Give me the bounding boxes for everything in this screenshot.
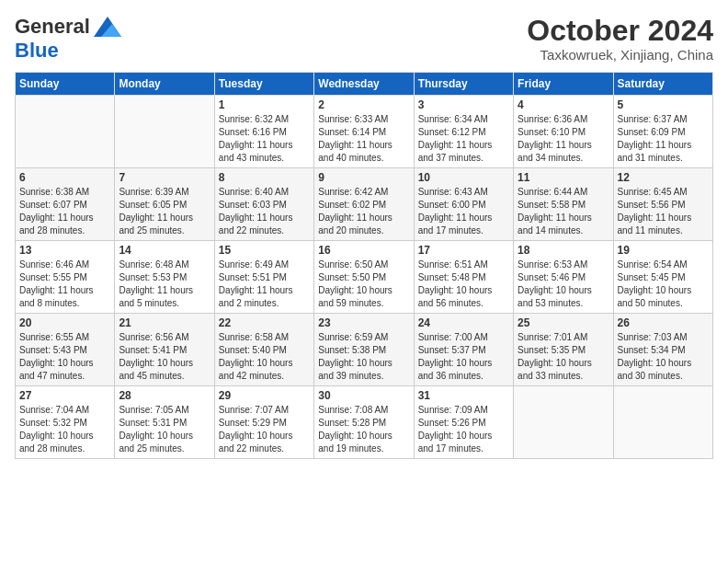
page-header: General Blue October 2024 Taxkowruek, Xi… (15, 15, 713, 63)
title-section: October 2024 Taxkowruek, Xinjiang, China (527, 15, 713, 63)
calendar-cell (16, 96, 115, 168)
header-thursday: Thursday (414, 73, 513, 96)
logo: General Blue (15, 15, 121, 63)
calendar-cell: 11Sunrise: 6:44 AMSunset: 5:58 PMDayligh… (514, 168, 613, 241)
day-info: Sunrise: 6:36 AMSunset: 6:10 PMDaylight:… (518, 113, 609, 165)
calendar-cell: 23Sunrise: 6:59 AMSunset: 5:38 PMDayligh… (314, 314, 414, 386)
day-info: Sunrise: 6:37 AMSunset: 6:09 PMDaylight:… (618, 113, 709, 165)
calendar-cell: 22Sunrise: 6:58 AMSunset: 5:40 PMDayligh… (214, 314, 313, 386)
day-info: Sunrise: 6:55 AMSunset: 5:43 PMDaylight:… (19, 331, 110, 383)
calendar-cell: 14Sunrise: 6:48 AMSunset: 5:53 PMDayligh… (115, 241, 214, 314)
day-info: Sunrise: 6:32 AMSunset: 6:16 PMDaylight:… (219, 113, 310, 165)
day-info: Sunrise: 7:07 AMSunset: 5:29 PMDaylight:… (219, 404, 310, 455)
header-monday: Monday (115, 73, 214, 96)
day-number: 3 (418, 98, 509, 111)
day-number: 5 (618, 98, 709, 111)
day-number: 13 (19, 244, 110, 257)
day-number: 7 (119, 171, 210, 184)
day-number: 24 (418, 316, 509, 329)
calendar-cell: 19Sunrise: 6:54 AMSunset: 5:45 PMDayligh… (613, 241, 712, 314)
day-info: Sunrise: 7:08 AMSunset: 5:28 PMDaylight:… (318, 404, 409, 455)
calendar-cell (514, 386, 613, 459)
calendar-cell: 20Sunrise: 6:55 AMSunset: 5:43 PMDayligh… (16, 314, 115, 386)
day-info: Sunrise: 6:53 AMSunset: 5:46 PMDaylight:… (518, 259, 609, 310)
day-info: Sunrise: 6:54 AMSunset: 5:45 PMDaylight:… (618, 259, 709, 310)
header-friday: Friday (514, 73, 613, 96)
day-info: Sunrise: 6:43 AMSunset: 6:00 PMDaylight:… (418, 186, 509, 237)
day-number: 18 (518, 244, 609, 257)
day-number: 25 (518, 316, 609, 329)
day-info: Sunrise: 6:56 AMSunset: 5:41 PMDaylight:… (119, 331, 210, 383)
day-info: Sunrise: 6:48 AMSunset: 5:53 PMDaylight:… (119, 259, 210, 310)
day-info: Sunrise: 6:39 AMSunset: 6:05 PMDaylight:… (119, 186, 210, 237)
day-info: Sunrise: 6:45 AMSunset: 5:56 PMDaylight:… (618, 186, 709, 237)
day-info: Sunrise: 6:58 AMSunset: 5:40 PMDaylight:… (219, 331, 310, 383)
day-info: Sunrise: 6:46 AMSunset: 5:55 PMDaylight:… (19, 259, 110, 310)
calendar-cell: 28Sunrise: 7:05 AMSunset: 5:31 PMDayligh… (115, 386, 214, 459)
header-tuesday: Tuesday (214, 73, 313, 96)
day-info: Sunrise: 6:42 AMSunset: 6:02 PMDaylight:… (318, 186, 409, 237)
calendar-cell: 12Sunrise: 6:45 AMSunset: 5:56 PMDayligh… (613, 168, 712, 241)
calendar-cell: 30Sunrise: 7:08 AMSunset: 5:28 PMDayligh… (314, 386, 414, 459)
calendar-table: SundayMondayTuesdayWednesdayThursdayFrid… (15, 72, 713, 459)
calendar-cell: 9Sunrise: 6:42 AMSunset: 6:02 PMDaylight… (314, 168, 414, 241)
calendar-cell: 25Sunrise: 7:01 AMSunset: 5:35 PMDayligh… (514, 314, 613, 386)
day-number: 9 (318, 171, 409, 184)
day-info: Sunrise: 6:44 AMSunset: 5:58 PMDaylight:… (518, 186, 609, 237)
calendar-cell: 7Sunrise: 6:39 AMSunset: 6:05 PMDaylight… (115, 168, 214, 241)
logo-icon (94, 17, 121, 37)
calendar-cell: 15Sunrise: 6:49 AMSunset: 5:51 PMDayligh… (214, 241, 313, 314)
calendar-cell: 1Sunrise: 6:32 AMSunset: 6:16 PMDaylight… (214, 96, 313, 168)
day-info: Sunrise: 6:59 AMSunset: 5:38 PMDaylight:… (318, 331, 409, 383)
calendar-cell: 29Sunrise: 7:07 AMSunset: 5:29 PMDayligh… (214, 386, 313, 459)
day-info: Sunrise: 6:40 AMSunset: 6:03 PMDaylight:… (219, 186, 310, 237)
logo-general: General (15, 15, 90, 39)
day-number: 31 (418, 389, 509, 402)
calendar-week-row: 27Sunrise: 7:04 AMSunset: 5:32 PMDayligh… (16, 386, 713, 459)
day-info: Sunrise: 6:34 AMSunset: 6:12 PMDaylight:… (418, 113, 509, 165)
calendar-cell: 3Sunrise: 6:34 AMSunset: 6:12 PMDaylight… (414, 96, 513, 168)
calendar-cell: 10Sunrise: 6:43 AMSunset: 6:00 PMDayligh… (414, 168, 513, 241)
calendar-week-row: 13Sunrise: 6:46 AMSunset: 5:55 PMDayligh… (16, 241, 713, 314)
calendar-cell: 18Sunrise: 6:53 AMSunset: 5:46 PMDayligh… (514, 241, 613, 314)
calendar-cell: 6Sunrise: 6:38 AMSunset: 6:07 PMDaylight… (16, 168, 115, 241)
day-number: 28 (119, 389, 210, 402)
day-number: 4 (518, 98, 609, 111)
day-number: 22 (219, 316, 310, 329)
logo-blue: Blue (15, 39, 59, 62)
day-number: 23 (318, 316, 409, 329)
calendar-cell: 31Sunrise: 7:09 AMSunset: 5:26 PMDayligh… (414, 386, 513, 459)
day-info: Sunrise: 6:51 AMSunset: 5:48 PMDaylight:… (418, 259, 509, 310)
day-number: 17 (418, 244, 509, 257)
calendar-week-row: 1Sunrise: 6:32 AMSunset: 6:16 PMDaylight… (16, 96, 713, 168)
calendar-week-row: 20Sunrise: 6:55 AMSunset: 5:43 PMDayligh… (16, 314, 713, 386)
header-wednesday: Wednesday (314, 73, 414, 96)
calendar-cell: 24Sunrise: 7:00 AMSunset: 5:37 PMDayligh… (414, 314, 513, 386)
day-info: Sunrise: 6:49 AMSunset: 5:51 PMDaylight:… (219, 259, 310, 310)
day-info: Sunrise: 7:09 AMSunset: 5:26 PMDaylight:… (418, 404, 509, 455)
day-number: 14 (119, 244, 210, 257)
day-number: 21 (119, 316, 210, 329)
day-info: Sunrise: 7:05 AMSunset: 5:31 PMDaylight:… (119, 404, 210, 455)
day-info: Sunrise: 6:38 AMSunset: 6:07 PMDaylight:… (19, 186, 110, 237)
day-number: 20 (19, 316, 110, 329)
day-number: 26 (618, 316, 709, 329)
day-number: 15 (219, 244, 310, 257)
day-number: 11 (518, 171, 609, 184)
calendar-cell: 5Sunrise: 6:37 AMSunset: 6:09 PMDaylight… (613, 96, 712, 168)
day-number: 10 (418, 171, 509, 184)
day-number: 6 (19, 171, 110, 184)
calendar-cell: 16Sunrise: 6:50 AMSunset: 5:50 PMDayligh… (314, 241, 414, 314)
calendar-cell: 2Sunrise: 6:33 AMSunset: 6:14 PMDaylight… (314, 96, 414, 168)
day-number: 30 (318, 389, 409, 402)
calendar-cell: 26Sunrise: 7:03 AMSunset: 5:34 PMDayligh… (613, 314, 712, 386)
calendar-cell (115, 96, 214, 168)
calendar-cell: 17Sunrise: 6:51 AMSunset: 5:48 PMDayligh… (414, 241, 513, 314)
day-info: Sunrise: 7:03 AMSunset: 5:34 PMDaylight:… (618, 331, 709, 383)
day-number: 16 (318, 244, 409, 257)
month-title: October 2024 (527, 15, 713, 47)
day-number: 8 (219, 171, 310, 184)
location: Taxkowruek, Xinjiang, China (527, 47, 713, 63)
header-saturday: Saturday (613, 73, 712, 96)
day-number: 27 (19, 389, 110, 402)
